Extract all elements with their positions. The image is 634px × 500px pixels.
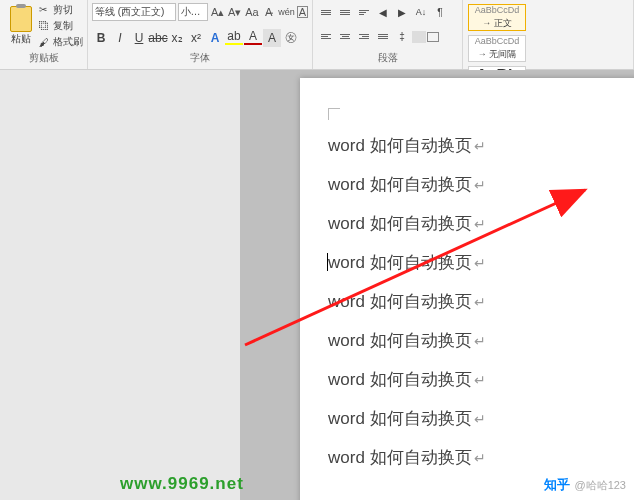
workspace: word 如何自动换页↵word 如何自动换页↵word 如何自动换页↵word…	[0, 70, 634, 500]
clipboard-group-label: 剪贴板	[4, 51, 83, 67]
font-name-select[interactable]: 等线 (西文正文)	[92, 3, 176, 21]
bullets-button[interactable]	[317, 4, 335, 20]
align-justify-icon	[378, 34, 388, 39]
document-line[interactable]: word 如何自动换页↵	[328, 368, 634, 391]
clear-format-button[interactable]: A̶	[261, 4, 276, 20]
superscript-button[interactable]: x²	[187, 29, 205, 47]
char-shading-button[interactable]: A	[263, 29, 281, 47]
italic-button[interactable]: I	[111, 29, 129, 47]
numbering-button[interactable]	[336, 4, 354, 20]
clipboard-icon	[10, 6, 32, 32]
style-preview: AaBbCcDd	[475, 36, 520, 46]
style-box-0[interactable]: AaBbCcDd→ 正文	[468, 4, 526, 31]
paste-button[interactable]: 粘贴	[4, 2, 37, 50]
change-case-button[interactable]: Aa	[244, 4, 259, 20]
cut-button[interactable]: ✂ 剪切	[39, 3, 83, 17]
font-group: 等线 (西文正文) 小… A▴ A▾ Aa A̶ wén A B I U abc…	[88, 0, 313, 69]
align-center-button[interactable]	[336, 29, 354, 45]
increase-indent-button[interactable]: ▶	[393, 4, 411, 20]
document-area: word 如何自动换页↵word 如何自动换页↵word 如何自动换页↵word…	[240, 70, 634, 500]
bullets-icon	[321, 10, 331, 15]
phonetic-button[interactable]: wén	[279, 4, 295, 20]
style-name: → 无间隔	[478, 48, 517, 61]
font-color-button[interactable]: A	[244, 31, 262, 45]
paragraph-mark-icon: ↵	[474, 450, 486, 466]
font-group-label: 字体	[92, 51, 308, 67]
document-line[interactable]: word 如何自动换页↵	[328, 134, 634, 157]
shading-button[interactable]	[412, 31, 426, 43]
scissors-icon: ✂	[39, 4, 50, 15]
strike-button[interactable]: abc	[149, 29, 167, 47]
style-preview: AaBbCcDd	[475, 5, 520, 15]
align-left-icon	[321, 34, 331, 39]
multilevel-button[interactable]	[355, 4, 373, 20]
paragraph-mark-icon: ↵	[474, 294, 486, 310]
align-right-icon	[359, 34, 369, 39]
grow-font-button[interactable]: A▴	[210, 4, 225, 20]
watermark-text: www.9969.net	[120, 474, 244, 494]
paragraph-mark-icon: ↵	[474, 138, 486, 154]
font-size-select[interactable]: 小…	[178, 3, 209, 21]
document-line[interactable]: word 如何自动换页↵	[328, 329, 634, 352]
paste-label: 粘贴	[11, 32, 31, 46]
paragraph-group-label: 段落	[317, 51, 458, 67]
enclose-char-button[interactable]: ㊛	[282, 29, 300, 47]
zhihu-attribution: 知乎 @哈哈123	[544, 476, 626, 494]
navigation-panel	[0, 70, 240, 500]
text-effects-button[interactable]: A	[206, 29, 224, 47]
style-box-1[interactable]: AaBbCcDd→ 无间隔	[468, 35, 526, 62]
subscript-button[interactable]: x₂	[168, 29, 186, 47]
line-spacing-button[interactable]: ‡	[393, 29, 411, 45]
brush-icon: 🖌	[39, 37, 50, 48]
decrease-indent-button[interactable]: ◀	[374, 4, 392, 20]
format-painter-button[interactable]: 🖌 格式刷	[39, 35, 83, 49]
document-line[interactable]: word 如何自动换页↵	[328, 290, 634, 313]
paragraph-mark-icon: ↵	[474, 216, 486, 232]
document-line[interactable]: word 如何自动换页↵	[328, 251, 634, 274]
paragraph-mark-icon: ↵	[474, 177, 486, 193]
show-marks-button[interactable]: ¶	[431, 4, 449, 20]
paragraph-mark-icon: ↵	[474, 372, 486, 388]
document-line[interactable]: word 如何自动换页↵	[328, 407, 634, 430]
numbering-icon	[340, 10, 350, 15]
char-border-button[interactable]: A	[297, 6, 308, 18]
document-line[interactable]: word 如何自动换页↵	[328, 446, 634, 469]
document-page[interactable]: word 如何自动换页↵word 如何自动换页↵word 如何自动换页↵word…	[300, 78, 634, 500]
align-center-icon	[340, 34, 350, 39]
borders-button[interactable]	[427, 32, 439, 42]
paragraph-mark-icon: ↵	[474, 411, 486, 427]
document-line[interactable]: word 如何自动换页↵	[328, 173, 634, 196]
paragraph-mark-icon: ↵	[474, 333, 486, 349]
clipboard-group: 粘贴 ✂ 剪切 ⿻ 复制 🖌 格式刷 剪贴板	[0, 0, 88, 69]
ribbon-toolbar: 粘贴 ✂ 剪切 ⿻ 复制 🖌 格式刷 剪贴板 等线 (西文正文)	[0, 0, 634, 70]
shrink-font-button[interactable]: A▾	[227, 4, 242, 20]
sort-button[interactable]: A↓	[412, 4, 430, 20]
align-right-button[interactable]	[355, 29, 373, 45]
zhihu-user: @哈哈123	[574, 478, 626, 493]
bold-button[interactable]: B	[92, 29, 110, 47]
zhihu-logo-icon: 知乎	[544, 476, 570, 494]
copy-icon: ⿻	[39, 20, 50, 31]
align-justify-button[interactable]	[374, 29, 392, 45]
document-line[interactable]: word 如何自动换页↵	[328, 212, 634, 235]
paragraph-group: ◀ ▶ A↓ ¶ ‡ 段落	[313, 0, 463, 69]
align-left-button[interactable]	[317, 29, 335, 45]
paragraph-mark-icon: ↵	[474, 255, 486, 271]
styles-group: AaBbCcDd→ 正文AaBbCcDd→ 无间隔AaBb标题 1AaB	[463, 0, 634, 69]
style-name: → 正文	[482, 17, 512, 30]
copy-button[interactable]: ⿻ 复制	[39, 19, 83, 33]
multilevel-icon	[359, 10, 369, 15]
margin-corner-icon	[328, 108, 340, 120]
highlight-button[interactable]: ab	[225, 31, 243, 45]
underline-button[interactable]: U	[130, 29, 148, 47]
